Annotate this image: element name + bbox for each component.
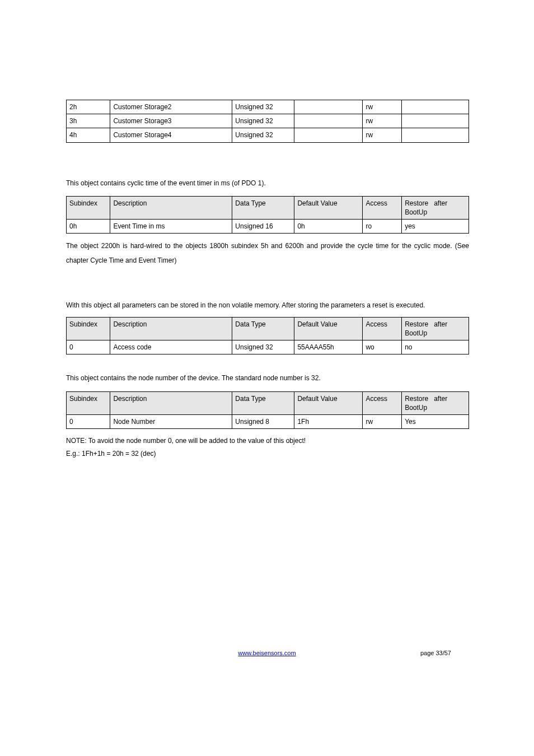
note-line-1: NOTE: To avoid the node number 0, one wi… xyxy=(66,437,306,445)
col-datatype: Data Type xyxy=(232,196,294,219)
table-node-number: Subindex Description Data Type Default V… xyxy=(66,391,469,430)
cell-restore xyxy=(402,100,469,114)
cell-datatype: Unsigned 16 xyxy=(232,220,294,234)
cell-access: rw xyxy=(363,128,402,142)
paragraph-cyclic-time: This object contains cyclic time of the … xyxy=(66,176,469,190)
cell-datatype: Unsigned 32 xyxy=(232,114,294,128)
col-default: Default Value xyxy=(294,317,363,340)
table-event-time: Subindex Description Data Type Default V… xyxy=(66,196,469,234)
text: after xyxy=(434,199,447,207)
col-subindex: Subindex xyxy=(67,391,110,414)
col-description: Description xyxy=(110,196,232,219)
cell-subindex: 0h xyxy=(67,220,110,234)
table-row: 2h Customer Storage2 Unsigned 32 rw xyxy=(67,100,469,114)
cell-restore: Yes xyxy=(402,415,469,429)
cell-restore xyxy=(402,114,469,128)
text: after xyxy=(434,320,447,328)
col-datatype: Data Type xyxy=(232,391,294,414)
cell-access: ro xyxy=(363,220,402,234)
cell-description: Customer Storage4 xyxy=(110,128,232,142)
cell-subindex: 0 xyxy=(67,340,110,354)
col-description: Description xyxy=(110,317,232,340)
cell-datatype: Unsigned 32 xyxy=(232,340,294,354)
col-default: Default Value xyxy=(294,391,363,414)
cell-subindex: 3h xyxy=(67,114,110,128)
table-row: 0h Event Time in ms Unsigned 16 0h ro ye… xyxy=(67,220,469,234)
cell-subindex: 0 xyxy=(67,415,110,429)
paragraph-store-params: With this object all parameters can be s… xyxy=(66,298,469,312)
page: 2h Customer Storage2 Unsigned 32 rw 3h C… xyxy=(0,0,534,756)
table-access-code: Subindex Description Data Type Default V… xyxy=(66,317,469,355)
paragraph-hardwired: The object 2200h is hard-wired to the ob… xyxy=(66,239,469,267)
cell-restore: yes xyxy=(402,220,469,234)
cell-description: Access code xyxy=(110,340,232,354)
cell-access: rw xyxy=(363,415,402,429)
cell-access: rw xyxy=(363,100,402,114)
cell-datatype: Unsigned 32 xyxy=(232,100,294,114)
col-access: Access xyxy=(363,196,402,219)
cell-default: 0h xyxy=(294,220,363,234)
cell-description: Node Number xyxy=(110,415,232,429)
col-restore: Restore afterBootUp xyxy=(402,391,469,414)
col-restore: Restore afterBootUp xyxy=(402,317,469,340)
table-row: 0 Node Number Unsigned 8 1Fh rw Yes xyxy=(67,415,469,429)
col-datatype: Data Type xyxy=(232,317,294,340)
cell-access: rw xyxy=(363,114,402,128)
col-access: Access xyxy=(363,317,402,340)
footer-link[interactable]: www.beisensors.com xyxy=(238,650,296,656)
cell-description: Customer Storage2 xyxy=(110,100,232,114)
text: BootUp xyxy=(405,208,427,216)
cell-default xyxy=(294,114,363,128)
note-line-2: E.g.: 1Fh+1h = 20h = 32 (dec) xyxy=(66,450,156,458)
table-row: 3h Customer Storage3 Unsigned 32 rw xyxy=(67,114,469,128)
col-subindex: Subindex xyxy=(67,317,110,340)
text: BootUp xyxy=(405,329,427,337)
col-default: Default Value xyxy=(294,196,363,219)
table-header-row: Subindex Description Data Type Default V… xyxy=(67,196,469,219)
table-row: 0 Access code Unsigned 32 55AAAA55h wo n… xyxy=(67,340,469,354)
col-subindex: Subindex xyxy=(67,196,110,219)
col-restore: Restore afterBootUp xyxy=(402,196,469,219)
cell-access: wo xyxy=(363,340,402,354)
cell-default: 1Fh xyxy=(294,415,363,429)
paragraph-node-number: This object contains the node number of … xyxy=(66,371,469,385)
cell-description: Event Time in ms xyxy=(110,220,232,234)
table-header-row: Subindex Description Data Type Default V… xyxy=(67,317,469,340)
col-access: Access xyxy=(363,391,402,414)
text: Restore xyxy=(405,199,428,207)
text: Restore xyxy=(405,395,428,403)
note-block: NOTE: To avoid the node number 0, one wi… xyxy=(66,435,469,460)
cell-description: Customer Storage3 xyxy=(110,114,232,128)
cell-subindex: 4h xyxy=(67,128,110,142)
text: BootUp xyxy=(405,404,427,412)
text: after xyxy=(434,395,447,403)
cell-default: 55AAAA55h xyxy=(294,340,363,354)
table-customer-storage: 2h Customer Storage2 Unsigned 32 rw 3h C… xyxy=(66,100,469,143)
cell-restore xyxy=(402,128,469,142)
table-header-row: Subindex Description Data Type Default V… xyxy=(67,391,469,414)
cell-default xyxy=(294,100,363,114)
footer-page-number: page 33/57 xyxy=(420,650,451,656)
cell-subindex: 2h xyxy=(67,100,110,114)
cell-restore: no xyxy=(402,340,469,354)
text: Restore xyxy=(405,320,428,328)
cell-datatype: Unsigned 32 xyxy=(232,128,294,142)
table-row: 4h Customer Storage4 Unsigned 32 rw xyxy=(67,128,469,142)
col-description: Description xyxy=(110,391,232,414)
cell-default xyxy=(294,128,363,142)
cell-datatype: Unsigned 8 xyxy=(232,415,294,429)
